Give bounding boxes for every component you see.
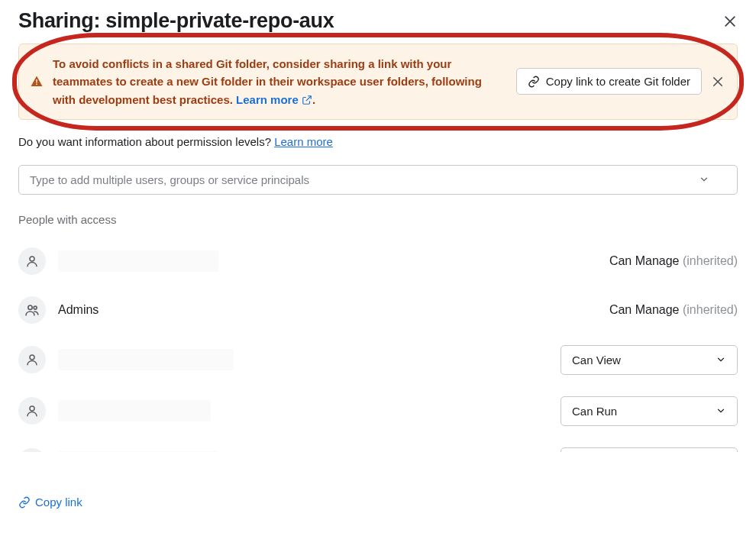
svg-point-6 <box>30 406 34 411</box>
redacted-name <box>58 451 218 452</box>
warning-icon <box>30 75 44 89</box>
user-icon <box>18 448 46 452</box>
banner-highlight: To avoid conflicts in a shared Git folde… <box>18 44 738 120</box>
svg-point-5 <box>30 355 34 360</box>
user-icon <box>18 346 46 373</box>
access-name <box>58 451 561 452</box>
dialog-title: Sharing: simple-private-repo-aux <box>18 9 334 33</box>
permission-select[interactable]: Can Run <box>561 396 738 426</box>
link-icon <box>528 76 540 88</box>
copy-git-link-label: Copy link to create Git folder <box>546 75 690 88</box>
svg-point-3 <box>28 305 32 309</box>
user-icon <box>18 247 46 275</box>
copy-git-link-button[interactable]: Copy link to create Git folder <box>516 68 702 95</box>
chevron-down-icon <box>699 174 709 185</box>
sharing-dialog: Sharing: simple-private-repo-aux To avoi… <box>0 0 756 452</box>
chevron-down-icon <box>716 354 726 365</box>
access-row: Can View <box>18 334 738 386</box>
dialog-header: Sharing: simple-private-repo-aux <box>18 9 738 33</box>
user-icon <box>18 397 46 425</box>
permission-info-text: Do you want information about permission… <box>18 135 274 148</box>
permission-select[interactable]: Can View <box>561 345 738 375</box>
banner-close-icon[interactable] <box>711 75 725 89</box>
access-row: Admins Can Manage (inherited) <box>18 286 738 334</box>
permission-readonly: Can Manage (inherited) <box>609 303 738 317</box>
permission-readonly: Can Manage (inherited) <box>609 254 738 268</box>
add-users-placeholder: Type to add multiple users, groups or se… <box>30 173 309 186</box>
close-icon[interactable] <box>722 14 738 29</box>
group-icon <box>18 296 46 324</box>
copy-link-label: Copy link <box>35 496 82 509</box>
copy-link-button[interactable]: Copy link <box>18 496 82 509</box>
access-row: Can Run <box>18 386 738 437</box>
access-name: Admins <box>58 303 609 317</box>
access-name <box>58 250 609 272</box>
svg-point-2 <box>30 257 34 261</box>
banner-message: To avoid conflicts in a shared Git folde… <box>53 55 507 108</box>
permission-select[interactable]: Can View <box>561 447 738 452</box>
people-with-access-label: People with access <box>18 213 738 226</box>
access-name <box>58 400 561 421</box>
chevron-down-icon <box>716 405 726 416</box>
redacted-name <box>58 349 234 370</box>
access-list: Can Manage (inherited) Admins Can Manage… <box>18 237 738 452</box>
permission-info-line: Do you want information about permission… <box>18 135 738 148</box>
access-name <box>58 349 561 370</box>
git-folder-banner: To avoid conflicts in a shared Git folde… <box>18 44 738 120</box>
add-users-input[interactable]: Type to add multiple users, groups or se… <box>18 165 738 195</box>
redacted-name <box>58 400 211 421</box>
access-row: Can Manage (inherited) <box>18 237 738 286</box>
svg-rect-1 <box>36 84 37 86</box>
access-row: Can View <box>18 437 738 452</box>
link-icon <box>18 496 31 509</box>
banner-learn-more-link[interactable]: Learn more <box>236 93 312 106</box>
permission-learn-more-link[interactable]: Learn more <box>274 135 333 148</box>
redacted-name <box>58 250 218 272</box>
banner-period: . <box>312 93 315 106</box>
svg-rect-0 <box>36 79 37 83</box>
svg-point-4 <box>34 306 37 309</box>
